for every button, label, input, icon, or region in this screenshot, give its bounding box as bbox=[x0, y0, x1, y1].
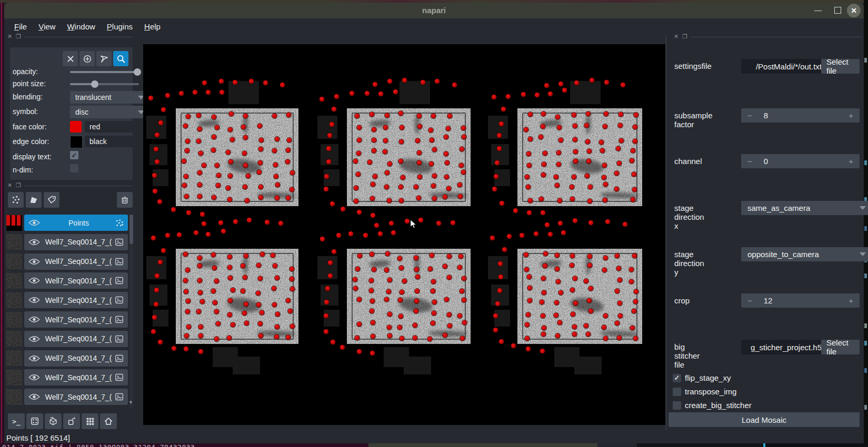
visibility-eye-icon[interactable] bbox=[28, 336, 40, 342]
visibility-eye-icon[interactable] bbox=[28, 297, 40, 303]
transpose_img-checkbox[interactable] bbox=[673, 388, 681, 396]
decrement-button[interactable]: − bbox=[741, 157, 752, 166]
dock-close-icon[interactable]: ✕ bbox=[7, 182, 12, 188]
menu-view[interactable]: View bbox=[33, 22, 61, 31]
title-bar[interactable]: napari bbox=[4, 3, 864, 18]
maximize-button[interactable] bbox=[834, 7, 841, 14]
layer-row[interactable]: Well7_Seq0014_7_( bbox=[6, 331, 128, 347]
layer-list-scrollbar[interactable]: ▼ bbox=[129, 215, 133, 408]
crop-spinbox[interactable]: −12+ bbox=[741, 293, 860, 308]
slider-handle[interactable] bbox=[91, 80, 98, 88]
slider-handle[interactable] bbox=[134, 68, 141, 76]
edge-color-input[interactable]: black bbox=[85, 136, 145, 147]
symbol-dropdown[interactable]: disc bbox=[70, 106, 149, 118]
opacity-slider[interactable] bbox=[70, 67, 139, 77]
scrollbar-down-arrow[interactable]: ▼ bbox=[128, 400, 133, 405]
visibility-eye-icon[interactable] bbox=[28, 258, 40, 265]
viewer-canvas[interactable] bbox=[143, 44, 665, 425]
create_big_stitcher-checkbox[interactable] bbox=[673, 401, 681, 410]
visibility-eye-icon[interactable] bbox=[28, 374, 40, 381]
visibility-eye-icon[interactable] bbox=[28, 355, 40, 362]
layer-row-body[interactable]: Well7_Seq0014_7_( bbox=[24, 234, 128, 250]
layer-row[interactable]: Well7_Seq0014_7_( bbox=[6, 292, 128, 308]
panel-separator[interactable] bbox=[666, 35, 666, 430]
visibility-eye-icon[interactable] bbox=[28, 277, 40, 284]
display-text-checkbox[interactable]: ✓ bbox=[70, 151, 78, 159]
layer-row[interactable]: Well7_Seq0014_7_( bbox=[6, 369, 128, 385]
add-points-button[interactable] bbox=[79, 51, 95, 66]
layer-row-body[interactable]: Well7_Seq0014_7_( bbox=[24, 311, 128, 328]
menu-file[interactable]: File bbox=[8, 22, 33, 31]
layer-row[interactable]: Points bbox=[6, 215, 128, 231]
increment-button[interactable]: + bbox=[849, 296, 860, 305]
n-dim-checkbox[interactable] bbox=[70, 164, 78, 172]
edge-color-swatch[interactable] bbox=[70, 136, 83, 148]
layer-row-body[interactable]: Well7_Seq0014_7_( bbox=[24, 350, 128, 367]
decrement-button[interactable]: − bbox=[741, 296, 752, 305]
subsample-factor-spinbox[interactable]: −8+ bbox=[741, 108, 860, 123]
home-button[interactable] bbox=[100, 413, 117, 429]
visibility-eye-icon[interactable] bbox=[28, 239, 40, 246]
select-points-button[interactable] bbox=[96, 51, 112, 66]
dock-float-icon[interactable]: ❐ bbox=[16, 182, 21, 188]
select-file-button[interactable]: Select file bbox=[821, 59, 860, 74]
blending-dropdown[interactable]: translucent bbox=[70, 91, 149, 104]
menu-window[interactable]: Window bbox=[61, 22, 101, 31]
layer-row-body[interactable]: Well7_Seq0014_7_( bbox=[24, 389, 128, 405]
layer-list-toolbar bbox=[8, 192, 133, 208]
delete-layer-button[interactable] bbox=[117, 192, 133, 208]
flip_stage_xy-checkbox[interactable]: ✓ bbox=[673, 374, 681, 382]
layer-row[interactable]: Well7_Seq0014_7_( bbox=[6, 272, 128, 289]
menu-help[interactable]: Help bbox=[138, 22, 166, 31]
delete-points-button[interactable] bbox=[63, 51, 78, 66]
roll-dimensions-button[interactable] bbox=[45, 413, 62, 429]
stage-direction-x-dropdown[interactable]: same_as_camera bbox=[741, 201, 868, 215]
increment-button[interactable]: + bbox=[849, 157, 860, 166]
layer-row-body[interactable]: Well7_Seq0014_7_( bbox=[24, 253, 128, 270]
tile-frame bbox=[522, 113, 637, 202]
toggle-ndisplay-button[interactable] bbox=[26, 413, 43, 429]
big-stitcher-file-input[interactable]: g_sticher_project.h5 bbox=[741, 340, 824, 354]
increment-button[interactable]: + bbox=[849, 111, 860, 120]
layer-name: Well7_Seq0014_7_( bbox=[42, 296, 115, 304]
console-button[interactable]: >_ bbox=[8, 413, 25, 429]
layer-row-body[interactable]: Well7_Seq0014_7_( bbox=[24, 292, 128, 308]
new-shapes-layer-button[interactable] bbox=[26, 192, 42, 208]
new-points-layer-button[interactable] bbox=[8, 192, 24, 208]
close-button[interactable]: ✕ bbox=[847, 4, 861, 17]
image-patch bbox=[488, 256, 508, 279]
new-labels-layer-button[interactable] bbox=[44, 192, 59, 208]
channel-spinbox[interactable]: −0+ bbox=[741, 154, 860, 168]
layer-name: Well7_Seq0014_7_( bbox=[42, 334, 115, 343]
menu-plugins[interactable]: Plugins bbox=[101, 22, 138, 31]
scrollbar-handle[interactable] bbox=[129, 215, 133, 244]
layer-row[interactable]: Well7_Seq0014_7_( bbox=[6, 389, 128, 405]
load-mosaic-button[interactable]: Load Mosaic bbox=[669, 412, 860, 427]
dock-float-icon[interactable]: ❐ bbox=[682, 34, 687, 39]
face-color-input[interactable]: red bbox=[85, 121, 145, 133]
dock-close-icon[interactable]: ✕ bbox=[7, 34, 12, 39]
minimize-button[interactable]: — bbox=[814, 6, 822, 14]
point-size-slider[interactable] bbox=[70, 79, 139, 89]
settingsfile-input[interactable]: /PostMaldi/*/out.txt bbox=[741, 59, 824, 74]
layer-row[interactable]: Well7_Seq0014_7_( bbox=[6, 253, 128, 270]
face-color-swatch[interactable] bbox=[70, 121, 82, 133]
layer-row[interactable]: Well7_Seq0014_7_( bbox=[6, 350, 128, 367]
visibility-eye-icon[interactable] bbox=[28, 316, 40, 323]
layer-row-body[interactable]: Well7_Seq0014_7_( bbox=[24, 331, 128, 347]
dock-float-icon[interactable]: ❐ bbox=[16, 34, 21, 39]
layer-row[interactable]: Well7_Seq0014_7_( bbox=[6, 311, 128, 328]
stage-direction-y-dropdown[interactable]: opposite_to_camera bbox=[741, 247, 868, 261]
dock-close-icon[interactable]: ✕ bbox=[674, 34, 679, 39]
decrement-button[interactable]: − bbox=[741, 111, 752, 120]
grid-view-button[interactable] bbox=[82, 413, 98, 429]
pan-zoom-button[interactable] bbox=[113, 51, 128, 66]
layer-row[interactable]: Well7_Seq0014_7_( bbox=[6, 234, 128, 250]
transpose-dimensions-button[interactable] bbox=[63, 413, 80, 429]
layer-row-body[interactable]: Well7_Seq0014_7_( bbox=[24, 272, 128, 289]
select-file-button[interactable]: Select file bbox=[821, 340, 860, 354]
layer-row-body[interactable]: Well7_Seq0014_7_( bbox=[24, 369, 128, 385]
layer-row-body[interactable]: Points bbox=[24, 215, 128, 231]
visibility-eye-icon[interactable] bbox=[28, 219, 40, 226]
visibility-eye-icon[interactable] bbox=[28, 393, 40, 400]
